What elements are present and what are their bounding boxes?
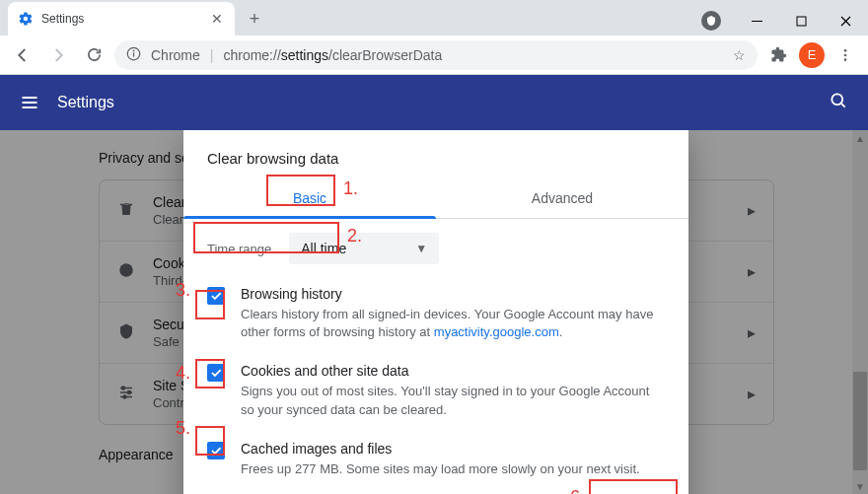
site-info-icon[interactable]: [126, 46, 141, 64]
bookmark-star-icon[interactable]: ☆: [733, 47, 746, 63]
time-range-value: All time: [301, 241, 346, 256]
profile-avatar[interactable]: E: [799, 42, 825, 68]
checkbox-cache[interactable]: [207, 442, 225, 459]
check-browsing-history: Browsing history Clears history from all…: [207, 286, 665, 341]
svg-point-8: [832, 94, 842, 105]
window-controls: [701, 6, 868, 35]
browser-tab[interactable]: Settings ✕: [8, 2, 235, 35]
annotation-label-4: 4.: [176, 363, 190, 384]
dialog-tabs: Basic Advanced: [183, 178, 688, 219]
myactivity-link[interactable]: myactivity.google.com: [434, 324, 559, 339]
annotation-label-3: 3.: [176, 280, 190, 301]
svg-point-6: [844, 53, 847, 56]
back-button[interactable]: [8, 40, 37, 70]
check-cookies: Cookies and other site data Signs you ou…: [207, 363, 665, 418]
annotation-label-1: 1.: [343, 178, 358, 199]
chrome-menu-button[interactable]: [831, 40, 860, 70]
check-title: Browsing history: [241, 286, 665, 302]
annotation-label-5: 5.: [176, 418, 190, 439]
address-bar[interactable]: Chrome | chrome://settings/clearBrowserD…: [114, 40, 758, 70]
time-range-select[interactable]: All time ▼: [289, 233, 439, 264]
minimize-button[interactable]: [735, 6, 779, 35]
forward-button[interactable]: [43, 40, 73, 70]
tab-title: Settings: [41, 12, 201, 26]
svg-rect-1: [797, 17, 806, 26]
new-tab-button[interactable]: +: [241, 5, 268, 33]
dialog-title: Clear browsing data: [183, 130, 688, 178]
check-title: Cached images and files: [241, 441, 640, 457]
checkbox-history[interactable]: [207, 287, 225, 305]
svg-rect-4: [133, 52, 134, 56]
tab-basic[interactable]: Basic: [183, 178, 436, 218]
svg-rect-0: [752, 21, 762, 22]
checkbox-cookies[interactable]: [207, 364, 225, 382]
time-range-label: Time range: [207, 234, 275, 264]
close-window-button[interactable]: [824, 6, 868, 35]
search-icon[interactable]: [829, 91, 848, 114]
url-text: chrome://settings/clearBrowserData: [223, 47, 442, 63]
check-subtitle: Clears history from all signed-in device…: [241, 306, 665, 341]
check-subtitle: Signs you out of most sites. You'll stay…: [241, 383, 665, 418]
settings-title: Settings: [57, 94, 114, 111]
svg-point-5: [844, 49, 847, 52]
settings-header: Settings: [0, 75, 868, 130]
dialog-actions: Cancel Clear data: [183, 478, 688, 494]
browser-toolbar: Chrome | chrome://settings/clearBrowserD…: [0, 35, 868, 75]
content-area: ▲ ▼ Privacy and security Clear browsing …: [0, 130, 868, 494]
titlebar: Settings ✕ +: [0, 0, 868, 35]
maximize-button[interactable]: [779, 6, 824, 35]
check-subtitle: Frees up 277 MB. Some sites may load mor…: [241, 460, 640, 478]
time-range-row: Time range All time ▼: [207, 233, 665, 264]
tab-advanced[interactable]: Advanced: [436, 178, 688, 218]
annotation-label-2: 2.: [347, 226, 362, 247]
reload-button[interactable]: [79, 40, 108, 70]
chevron-down-icon: ▼: [415, 242, 427, 255]
clear-data-dialog: Clear browsing data Basic Advanced Time …: [183, 130, 688, 494]
url-prefix: Chrome: [151, 47, 200, 63]
svg-point-7: [844, 58, 847, 61]
annotation-label-6: 6.: [570, 487, 585, 494]
check-title: Cookies and other site data: [241, 363, 665, 379]
menu-icon[interactable]: [20, 93, 39, 112]
svg-point-3: [133, 49, 135, 51]
gear-icon: [18, 11, 34, 27]
url-separator: |: [210, 47, 214, 63]
extensions-icon[interactable]: [763, 40, 793, 70]
profile-badge-icon[interactable]: [701, 11, 721, 31]
check-cache: Cached images and files Frees up 277 MB.…: [207, 441, 665, 478]
tab-close-icon[interactable]: ✕: [209, 11, 225, 27]
